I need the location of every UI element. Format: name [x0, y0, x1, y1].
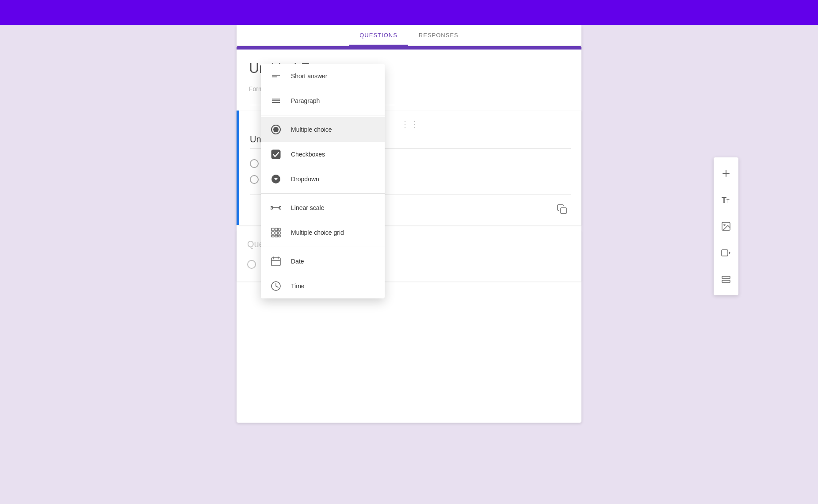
video-icon [721, 248, 731, 258]
svg-rect-15 [271, 235, 274, 237]
divider-1 [261, 115, 385, 115]
time-label: Time [291, 283, 305, 290]
svg-rect-33 [722, 276, 730, 279]
svg-rect-10 [275, 228, 278, 231]
mc-grid-icon [270, 226, 282, 239]
paragraph-label: Paragraph [291, 97, 320, 104]
svg-text:T: T [726, 199, 730, 204]
svg-text:T: T [722, 196, 726, 205]
svg-marker-32 [729, 251, 730, 255]
title-button[interactable]: T T [714, 187, 738, 212]
copy-icon [557, 204, 567, 214]
radio-circle-2 [247, 260, 256, 269]
short-answer-label: Short answer [291, 73, 327, 80]
tabs-header: QUESTIONS RESPONSES [237, 25, 581, 46]
right-sidebar: T T [714, 157, 738, 295]
dropdown-icon-el [270, 173, 282, 185]
section-icon [721, 274, 731, 285]
time-icon [270, 280, 282, 292]
divider-3 [261, 247, 385, 247]
date-icon [270, 255, 282, 267]
copy-button[interactable] [553, 200, 571, 218]
add-button[interactable] [714, 161, 738, 186]
dropdown-item-mc-grid[interactable]: Multiple choice grid [261, 220, 385, 245]
svg-point-30 [724, 224, 725, 225]
svg-rect-0 [561, 208, 566, 214]
dropdown-item-paragraph[interactable]: Paragraph [261, 88, 385, 113]
checkboxes-label: Checkboxes [291, 151, 325, 158]
image-icon [721, 221, 731, 232]
section-button[interactable] [714, 267, 738, 292]
svg-rect-13 [275, 232, 278, 234]
svg-rect-34 [722, 280, 730, 283]
video-button[interactable] [714, 241, 738, 265]
linear-scale-icon [270, 202, 282, 214]
image-button[interactable] [714, 214, 738, 239]
checkboxes-icon [270, 148, 282, 160]
dropdown-item-date[interactable]: Date [261, 249, 385, 274]
title-icon: T T [721, 195, 731, 205]
radio-circle-add [250, 175, 259, 184]
dropdown-item-multiple-choice[interactable]: Multiple choice [261, 117, 385, 142]
radio-circle-1 [250, 159, 259, 168]
dropdown-menu: Short answer Paragraph Multiple [261, 64, 385, 298]
plus-icon [721, 168, 731, 179]
date-label: Date [291, 258, 304, 265]
svg-point-2 [273, 127, 279, 132]
divider-2 [261, 193, 385, 194]
multiple-choice-label: Multiple choice [291, 126, 332, 133]
svg-rect-12 [271, 232, 274, 234]
dropdown-item-checkboxes[interactable]: Checkboxes [261, 142, 385, 167]
short-answer-icon [270, 70, 282, 82]
dropdown-item-time[interactable]: Time [261, 274, 385, 298]
dropdown-label: Dropdown [291, 176, 319, 183]
paragraph-icon [270, 95, 282, 107]
dropdown-item-short-answer[interactable]: Short answer [261, 64, 385, 88]
svg-rect-18 [271, 258, 280, 266]
svg-rect-9 [271, 228, 274, 231]
tab-questions[interactable]: QUESTIONS [349, 25, 408, 46]
tab-responses[interactable]: RESPONSES [408, 25, 469, 46]
dropdown-item-linear-scale[interactable]: Linear scale [261, 195, 385, 220]
svg-rect-14 [279, 232, 280, 234]
svg-line-24 [276, 286, 278, 287]
multiple-choice-icon [270, 123, 282, 136]
mc-grid-label: Multiple choice grid [291, 229, 344, 236]
top-bar [0, 0, 818, 25]
svg-rect-17 [279, 235, 280, 237]
svg-rect-16 [275, 235, 278, 237]
svg-rect-11 [279, 228, 280, 231]
dropdown-item-dropdown[interactable]: Dropdown [261, 167, 385, 191]
svg-rect-31 [722, 250, 728, 256]
linear-scale-label: Linear scale [291, 204, 325, 211]
